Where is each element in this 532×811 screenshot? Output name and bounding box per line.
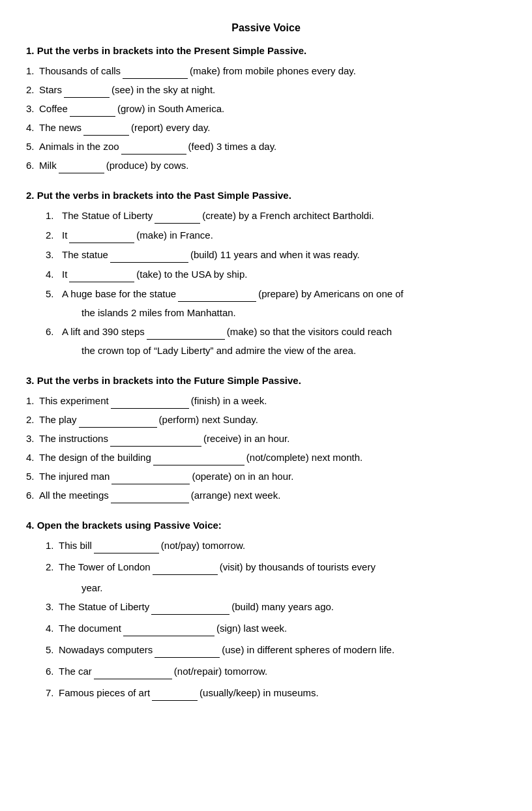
blank[interactable] — [69, 266, 134, 282]
blank[interactable] — [94, 663, 172, 679]
blank[interactable] — [64, 81, 110, 98]
item-text: A lift and 390 steps (make) so that the … — [62, 323, 506, 340]
list-item: 1. This experiment (finish) in a week. — [26, 392, 506, 409]
item-text: The play (perform) next Sunday. — [39, 411, 506, 428]
item-text: Nowadays computers (use) in different sp… — [59, 641, 506, 658]
list-item: 4. It (take) to the USA by ship. — [46, 266, 506, 282]
item-text: Stars (see) in the sky at night. — [39, 81, 506, 98]
section-1-heading: 1. Put the verbs in brackets into the Pr… — [26, 43, 506, 59]
list-item: 5. The injured man (operate) on in an ho… — [26, 468, 506, 484]
blank[interactable] — [178, 286, 256, 302]
item-continuation: the islands 2 miles from Manhattan. — [46, 305, 506, 321]
blank[interactable] — [123, 63, 188, 79]
list-item: 1. The Statue of Liberty (create) by a F… — [46, 207, 506, 224]
item-number: 6. — [46, 664, 59, 679]
section-1-items: 1. Thousands of calls (make) from mobile… — [26, 63, 506, 173]
item-text: The instructions (receive) in an hour. — [39, 430, 506, 447]
item-text: The injured man (operate) on in an hour. — [39, 468, 506, 484]
list-item: 1. This bill (not/pay) tomorrow. — [46, 537, 506, 553]
blank[interactable] — [153, 449, 244, 465]
item-text: A huge base for the statue (prepare) by … — [62, 286, 506, 302]
item-text: All the meetings (arrange) next week. — [39, 487, 506, 503]
section-3-items: 1. This experiment (finish) in a week. 2… — [26, 392, 506, 503]
item-text: The statue (build) 11 years and when it … — [62, 246, 506, 263]
section-4-items: 1. This bill (not/pay) tomorrow. 2. The … — [26, 537, 506, 701]
item-number: 2. — [46, 228, 62, 243]
blank[interactable] — [121, 138, 186, 155]
blank[interactable] — [59, 157, 104, 173]
list-item: 1. Thousands of calls (make) from mobile… — [26, 63, 506, 79]
list-item: 2. Stars (see) in the sky at night. — [26, 81, 506, 98]
item-number: 2. — [26, 412, 39, 428]
list-item: 6. All the meetings (arrange) next week. — [26, 487, 506, 503]
blank[interactable] — [69, 227, 134, 243]
section-3-heading: 3. Put the verbs in brackets into the Fu… — [26, 373, 506, 389]
section-1: 1. Put the verbs in brackets into the Pr… — [26, 43, 506, 173]
item-text: The Statue of Liberty (create) by a Fren… — [62, 207, 506, 224]
section-2-heading: 2. Put the verbs in brackets into the Pa… — [26, 188, 506, 203]
blank[interactable] — [110, 246, 188, 263]
item-number: 5. — [46, 642, 59, 658]
section-4: 4. Open the brackets using Passive Voice… — [26, 518, 506, 701]
item-text: Famous pieces of art (usually/keep) in m… — [59, 685, 506, 701]
item-text: The Statue of Liberty (build) many years… — [59, 598, 506, 615]
item-continuation: year. — [46, 580, 506, 596]
blank[interactable] — [110, 430, 201, 447]
blank[interactable] — [111, 487, 189, 503]
item-text: Coffee (grow) in South America. — [39, 100, 506, 117]
item-number: 1. — [26, 63, 39, 79]
list-item: 4. The document (sign) last week. — [46, 620, 506, 636]
list-item: 6. A lift and 390 steps (make) so that t… — [46, 323, 506, 359]
blank[interactable] — [79, 411, 157, 428]
blank[interactable] — [155, 641, 220, 658]
list-item: 5. Animals in the zoo (feed) 3 times a d… — [26, 138, 506, 155]
item-continuation: the crown top of “Lady Liberty” and admi… — [46, 343, 506, 359]
item-number: 3. — [46, 599, 59, 615]
item-number: 7. — [46, 685, 59, 701]
item-number: 2. — [26, 82, 39, 98]
item-text: The news (report) every day. — [39, 119, 506, 136]
list-item: 2. It (make) in France. — [46, 227, 506, 243]
list-item: 5. Nowadays computers (use) in different… — [46, 641, 506, 658]
list-item: 3. The Statue of Liberty (build) many ye… — [46, 598, 506, 615]
blank[interactable] — [123, 620, 214, 636]
item-text: Animals in the zoo (feed) 3 times a day. — [39, 138, 506, 155]
blank[interactable] — [147, 323, 225, 340]
list-item: 2. The play (perform) next Sunday. — [26, 411, 506, 428]
section-2: 2. Put the verbs in brackets into the Pa… — [26, 188, 506, 359]
item-number: 1. — [46, 538, 59, 553]
blank[interactable] — [111, 468, 190, 484]
item-number: 6. — [26, 158, 39, 173]
blank[interactable] — [151, 598, 229, 615]
page-title: Passive Voice — [26, 20, 506, 37]
section-4-heading: 4. Open the brackets using Passive Voice… — [26, 518, 506, 533]
item-text: The design of the building (not/complete… — [39, 449, 506, 465]
list-item: 3. Coffee (grow) in South America. — [26, 100, 506, 117]
list-item: 6. Milk (produce) by cows. — [26, 157, 506, 173]
section-3: 3. Put the verbs in brackets into the Fu… — [26, 373, 506, 503]
blank[interactable] — [155, 207, 200, 224]
item-number: 1. — [46, 208, 62, 224]
blank[interactable] — [94, 537, 159, 553]
blank[interactable] — [152, 685, 198, 701]
item-number: 4. — [26, 120, 39, 136]
item-number: 2. — [46, 559, 59, 575]
blank[interactable] — [153, 559, 218, 575]
item-number: 1. — [26, 393, 39, 409]
list-item: 5. A huge base for the statue (prepare) … — [46, 286, 506, 321]
list-item: 4. The news (report) every day. — [26, 119, 506, 136]
item-text: This experiment (finish) in a week. — [39, 392, 506, 409]
item-number: 5. — [46, 286, 62, 302]
item-text: Milk (produce) by cows. — [39, 157, 506, 173]
list-item: 2. The Tower of London (visit) by thousa… — [46, 559, 506, 596]
list-item: 4. The design of the building (not/compl… — [26, 449, 506, 465]
blank[interactable] — [83, 119, 129, 136]
item-number: 3. — [26, 431, 39, 447]
item-number: 4. — [46, 621, 59, 636]
blank[interactable] — [70, 100, 115, 117]
blank[interactable] — [111, 392, 189, 409]
section-2-items: 1. The Statue of Liberty (create) by a F… — [26, 207, 506, 359]
item-number: 5. — [26, 139, 39, 155]
item-number: 4. — [26, 450, 39, 465]
list-item: 7. Famous pieces of art (usually/keep) i… — [46, 685, 506, 701]
